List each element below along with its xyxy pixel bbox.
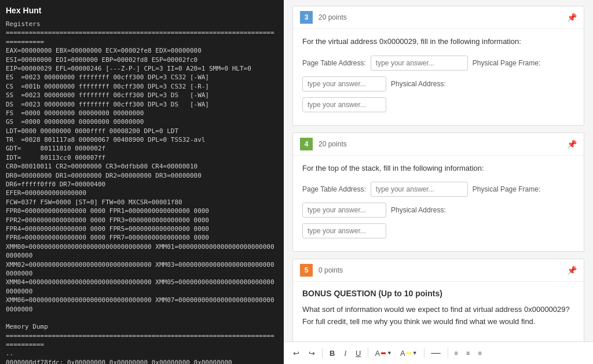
q4-pa-label: Physical Address: — [391, 206, 446, 214]
pin-icon-q5[interactable]: 📌 — [567, 266, 577, 275]
q4-pa-input[interactable] — [302, 223, 386, 238]
pin-icon-q3[interactable]: 📌 — [567, 13, 577, 22]
question-3-points: 20 points — [319, 13, 347, 21]
q3-pf-input[interactable] — [302, 76, 386, 91]
toolbar-sep-4 — [448, 348, 448, 358]
highlight-button[interactable]: A ▼ — [397, 348, 420, 359]
underline-button[interactable]: U — [352, 347, 364, 360]
q3-ppf-label: Physical Page Frame: — [473, 59, 540, 67]
q4-pta-label: Page Table Address: — [302, 185, 366, 193]
question-3-card: 3 20 points 📌 For the virtual address 0x… — [292, 6, 584, 126]
bold-button[interactable]: B — [326, 347, 338, 360]
bonus-text: What sort of information would we expect… — [302, 304, 574, 328]
strikethrough-button[interactable]: — — [428, 345, 444, 361]
pin-icon-q4[interactable]: 📌 — [567, 139, 577, 149]
question-5-header: 5 0 points 📌 — [293, 259, 584, 282]
bonus-title: BONUS QUESTION (Up to 10 points) — [302, 289, 574, 298]
q3-pta-input[interactable] — [371, 56, 468, 71]
question-4-points: 20 points — [319, 140, 347, 148]
q4-pf-input[interactable] — [302, 203, 386, 218]
question-4-number: 4 — [300, 138, 313, 150]
question-4-body: For the top of the stack, fill in the fo… — [293, 156, 584, 252]
font-color-button[interactable]: A ▼ — [372, 348, 395, 359]
toolbar-sep-3 — [424, 348, 424, 358]
toolbar-sep-1 — [322, 348, 323, 358]
bottom-toolbar: ↩ ↪ B I U A ▼ A ▼ — ≡ ≡ ≡ — [284, 341, 593, 364]
question-3-header: 3 20 points 📌 — [293, 6, 584, 29]
q3-pa-input[interactable] — [302, 97, 386, 112]
toolbar-sep-2 — [368, 348, 368, 358]
app-title: Hex Hunt — [6, 6, 278, 15]
q3-pa-label: Physical Address: — [391, 80, 446, 88]
question-4-row3 — [302, 223, 574, 238]
highlight-chevron: ▼ — [412, 350, 418, 356]
question-3-row3 — [302, 97, 574, 112]
right-panel: 3 20 points 📌 For the virtual address 0x… — [284, 0, 593, 364]
highlight-swatch — [407, 352, 411, 354]
question-5-number: 5 — [300, 264, 313, 277]
question-4-text: For the top of the stack, fill in the fo… — [302, 163, 574, 174]
q3-pta-label: Page Table Address: — [302, 59, 366, 67]
question-3-row1: Page Table Address: Physical Page Frame: — [302, 56, 574, 71]
undo-button[interactable]: ↩ — [290, 347, 303, 360]
question-4-header: 4 20 points 📌 — [293, 133, 584, 156]
redo-button[interactable]: ↪ — [305, 347, 319, 360]
left-panel: Hex Hunt Registers =====================… — [0, 0, 284, 364]
question-4-card: 4 20 points 📌 For the top of the stack, … — [292, 133, 584, 252]
align-left-button[interactable]: ≡ — [452, 347, 461, 359]
question-3-body: For the virtual address 0x0000029, fill … — [293, 29, 584, 125]
q4-pta-input[interactable] — [371, 182, 468, 197]
align-right-button[interactable]: ≡ — [475, 347, 484, 359]
question-3-text: For the virtual address 0x0000029, fill … — [302, 36, 574, 47]
align-center-button[interactable]: ≡ — [463, 347, 473, 359]
italic-button[interactable]: I — [341, 347, 350, 360]
question-4-row1: Page Table Address: Physical Page Frame: — [302, 182, 574, 197]
question-5-points: 0 points — [319, 266, 343, 274]
question-4-row2: Physical Address: — [302, 203, 574, 218]
q4-ppf-label: Physical Page Frame: — [473, 185, 540, 193]
question-3-row2: Physical Address: — [302, 76, 574, 91]
font-color-swatch — [381, 352, 386, 354]
font-color-chevron: ▼ — [387, 350, 392, 356]
registers-label: Registers ==============================… — [6, 20, 278, 364]
question-3-number: 3 — [300, 11, 313, 24]
